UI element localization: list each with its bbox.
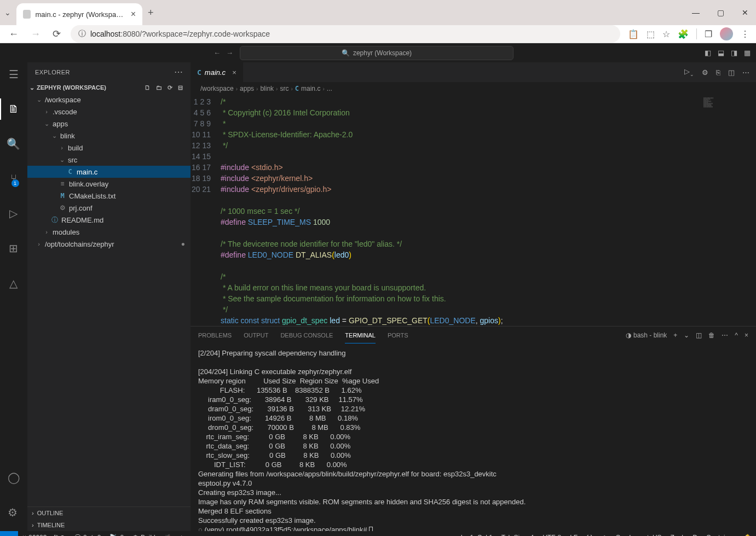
side-panel-icon[interactable]: ❐	[705, 29, 712, 39]
remote-indicator[interactable]: ⟷	[0, 531, 18, 536]
code-editor[interactable]: 1 2 3 4 5 6 7 8 9 10 11 12 13 14 15 16 1…	[191, 95, 756, 326]
tree-file-cmake[interactable]: MCMakeLists.txt	[27, 190, 191, 202]
tree-folder-src[interactable]: ⌄src	[27, 154, 191, 166]
new-file-icon[interactable]: 🗋	[145, 84, 151, 91]
nav-back-button[interactable]: ←	[7, 26, 21, 42]
panel-tab-ports[interactable]: PORTS	[388, 328, 408, 343]
tree-folder-workspace[interactable]: ⌄/workspace	[27, 94, 191, 106]
status-problems[interactable]: ⓧ0⚠0	[70, 531, 105, 536]
tree-folder-blink[interactable]: ⌄blink	[27, 130, 191, 142]
status-build[interactable]: ⚙Build	[128, 531, 160, 536]
site-info-icon[interactable]: ⓘ	[78, 29, 86, 39]
workspace-name: ZEPHYR (WORKSPACE)	[37, 84, 106, 91]
kill-terminal-icon[interactable]: 🗑	[708, 331, 715, 339]
tree-file-overlay[interactable]: ≡blink.overlay	[27, 178, 191, 190]
zephyr-icon[interactable]: △	[9, 272, 18, 294]
window-controls: — ▢ ✕	[689, 8, 752, 17]
timeline-section[interactable]: ›TIMELINE	[27, 519, 191, 531]
panel-more-icon[interactable]: ⋯	[722, 331, 728, 339]
search-activity-icon[interactable]: 🔍	[7, 133, 20, 155]
refresh-icon[interactable]: ⟳	[168, 84, 172, 91]
settings-gear-icon[interactable]: ⚙	[8, 502, 20, 523]
status-layout[interactable]: Layout: US	[625, 534, 666, 536]
layout-right-icon[interactable]: ◨	[731, 49, 737, 57]
tree-folder-toolchain[interactable]: ›/opt/toolchains/zephyr●	[27, 238, 191, 250]
split-terminal-icon[interactable]: ◫	[696, 331, 702, 339]
tree-folder-vscode[interactable]: ›.vscode	[27, 106, 191, 118]
close-tab-icon[interactable]: ×	[232, 68, 236, 77]
new-folder-icon[interactable]: 🗀	[156, 84, 162, 91]
maximize-panel-icon[interactable]: ^	[735, 331, 738, 339]
minimize-button[interactable]: —	[689, 8, 703, 17]
status-language[interactable]: C	[611, 534, 625, 536]
panel-tab-output[interactable]: OUTPUT	[244, 328, 268, 343]
tree-folder-build[interactable]: ›build	[27, 142, 191, 154]
debug-icon[interactable]: ▷	[9, 202, 18, 224]
tree-folder-apps[interactable]: ⌄apps	[27, 118, 191, 130]
run-button[interactable]: ▷⌄	[684, 67, 694, 77]
url-input[interactable]: ⓘ localhost:8080/?workspace=/zephyr.code…	[71, 25, 620, 43]
panel-tab-problems[interactable]: PROBLEMS	[198, 328, 232, 343]
tree-file-main-c[interactable]: Cmain.c	[27, 166, 191, 178]
status-ports[interactable]: 📡0	[105, 531, 128, 536]
profile-avatar[interactable]	[720, 27, 733, 40]
new-terminal-button[interactable]: +	[673, 331, 677, 339]
install-icon[interactable]: ⬚	[647, 29, 655, 39]
status-notifications[interactable]: 🔔	[739, 534, 756, 536]
status-braces[interactable]: { }	[582, 534, 597, 536]
tree-file-prj[interactable]: ⚙prj.conf	[27, 202, 191, 214]
status-tab-size[interactable]: Tab Size: 4	[497, 534, 538, 536]
breadcrumb[interactable]: /workspace› apps› blink› src› Cmain.c› .…	[191, 82, 756, 95]
status-lang-check[interactable]: ◌	[597, 534, 611, 536]
extensions-activity-icon[interactable]: ⊞	[9, 237, 18, 259]
editor-settings-icon[interactable]: ⚙	[702, 68, 708, 77]
minimap[interactable]: ████ ████ ████ ██ ████ ██ ████ ██ ██████…	[701, 95, 756, 326]
editor-more-icon[interactable]: ⋯	[742, 68, 749, 77]
extensions-icon[interactable]: 🧩	[678, 29, 689, 39]
collapse-icon[interactable]: ⊟	[178, 84, 183, 91]
terminal-dropdown-icon[interactable]: ⌄	[684, 331, 689, 339]
status-cursor[interactable]: Ln 1, Col 1	[457, 534, 497, 536]
code-content[interactable]: /* * Copyright (c) 2016 Intel Corporatio…	[221, 95, 701, 326]
layout-bottom-icon[interactable]: ⬓	[718, 49, 724, 57]
layout-left-icon[interactable]: ◧	[705, 49, 711, 57]
editor-tab-main-c[interactable]: C main.c ×	[191, 62, 244, 82]
workspace-section-header[interactable]: ⌄ ZEPHYR (WORKSPACE) 🗋 🗀 ⟳ ⊟	[27, 81, 191, 94]
menu-icon[interactable]: ☰	[9, 63, 19, 85]
browser-menu-icon[interactable]: ⋮	[741, 29, 749, 39]
maximize-button[interactable]: ▢	[714, 8, 728, 17]
scm-icon[interactable]: ⑂1	[10, 168, 17, 189]
browser-tab[interactable]: main.c - zephyr (Workspace) - c ×	[16, 3, 142, 25]
new-tab-button[interactable]: +	[148, 7, 154, 19]
compare-icon[interactable]: ⎘	[716, 68, 720, 77]
editor-nav-forward[interactable]: →	[226, 49, 233, 57]
status-remote-name[interactable]: Zephyr Dev Container	[666, 534, 739, 536]
outline-section[interactable]: ›OUTLINE	[27, 507, 191, 519]
terminal-shell-indicator[interactable]: ◑bash - blink	[626, 331, 667, 339]
close-panel-icon[interactable]: ×	[745, 331, 748, 339]
account-icon[interactable]: ◯	[8, 467, 20, 488]
panel-tab-debug[interactable]: DEBUG CONSOLE	[280, 328, 333, 343]
status-encoding[interactable]: UTF-8	[538, 534, 565, 536]
explorer-icon[interactable]: 🗎	[8, 98, 19, 120]
tree-file-readme[interactable]: ⓘREADME.md	[27, 214, 191, 226]
nav-forward-button[interactable]: →	[28, 26, 43, 42]
panel-tab-terminal[interactable]: TERMINAL	[345, 328, 376, 343]
terminal-content[interactable]: [2/204] Preparing syscall dependency han…	[191, 344, 756, 531]
split-editor-icon[interactable]: ◫	[728, 68, 735, 77]
tree-folder-modules[interactable]: ›modules	[27, 226, 191, 238]
layout-customize-icon[interactable]: ▦	[744, 49, 751, 57]
close-window-button[interactable]: ✕	[738, 8, 752, 17]
command-center[interactable]: 🔍 zephyr (Workspace)	[240, 46, 513, 60]
tab-search-icon[interactable]: ⌄	[4, 8, 11, 17]
bookmark-icon[interactable]: ☆	[662, 29, 670, 39]
close-icon[interactable]: ×	[131, 9, 136, 19]
status-debug[interactable]: 🐞	[160, 531, 177, 536]
clipboard-icon[interactable]: 📋	[628, 29, 639, 39]
status-eol[interactable]: LF	[565, 534, 582, 536]
status-branch[interactable]: ⑂26603cef*⟳	[18, 531, 70, 536]
status-run-target[interactable]: ▷	[177, 531, 191, 536]
editor-nav-back[interactable]: ←	[213, 49, 221, 57]
reload-button[interactable]: ⟳	[50, 26, 63, 42]
explorer-more-icon[interactable]: ⋯	[174, 67, 183, 77]
